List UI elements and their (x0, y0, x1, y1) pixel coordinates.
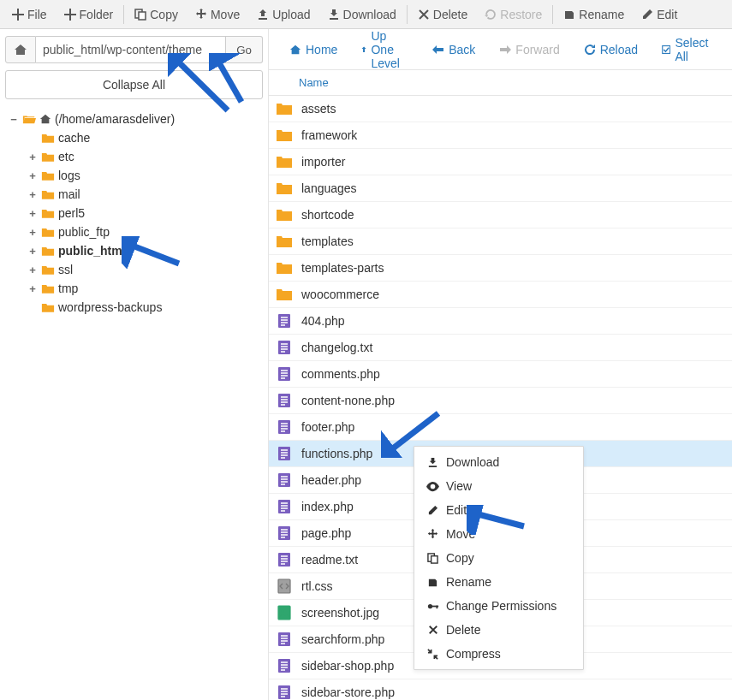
edit-label: Edit (657, 8, 677, 21)
folder-icon (41, 170, 55, 181)
file-name: 404.php (301, 314, 732, 328)
file-row[interactable]: sidebar-store.php (269, 679, 732, 700)
home-icon (289, 44, 301, 56)
tree-node-wordpress-backups[interactable]: +wordpress-backups (27, 298, 261, 317)
copy-button[interactable]: Copy (126, 0, 187, 29)
expand-icon[interactable]: + (27, 151, 38, 163)
file-name: languages (301, 181, 732, 195)
file-row[interactable]: changelog.txt (269, 335, 732, 361)
reload-icon (584, 44, 596, 56)
tree-node-etc[interactable]: +etc (27, 147, 261, 166)
file-row[interactable]: 404.php (269, 308, 732, 335)
tree-node-mail[interactable]: +mail (27, 185, 261, 204)
file-name: shortcode (301, 208, 732, 222)
file-row[interactable]: content-none.php (269, 388, 732, 414)
file-name: sidebar-store.php (301, 685, 732, 699)
tree-root[interactable]: − (/home/amarasdeliver) (9, 110, 261, 128)
path-input[interactable] (36, 36, 226, 63)
delete-button[interactable]: Delete (409, 0, 476, 29)
nav-up[interactable]: Up One Level (349, 29, 420, 70)
file-icon (276, 340, 293, 355)
toolbar-separator (407, 5, 408, 24)
svg-point-15 (282, 610, 284, 613)
collapse-all-button[interactable]: Collapse All (5, 70, 263, 99)
nav-back[interactable]: Back (420, 29, 487, 70)
file-button[interactable]: File (3, 0, 56, 29)
tree-node-cache[interactable]: +cache (27, 128, 261, 147)
tree-node-ssl[interactable]: +ssl (27, 260, 261, 279)
edit-button[interactable]: Edit (633, 0, 686, 29)
file-icon (276, 685, 293, 700)
tree-node-label: perl5 (58, 206, 85, 220)
context-menu: Download View Edit Move Copy Rename Chan… (414, 446, 584, 670)
file-row[interactable]: footer.php (269, 414, 732, 441)
file-icon (276, 605, 293, 620)
rename-button[interactable]: Rename (555, 0, 633, 29)
tree-node-tmp[interactable]: +tmp (27, 279, 261, 298)
tree-node-logs[interactable]: +logs (27, 166, 261, 185)
delete-label: Delete (433, 8, 467, 21)
nav-reload[interactable]: Reload (572, 29, 650, 70)
rename-label: Rename (579, 8, 624, 21)
ctx-download[interactable]: Download (414, 450, 583, 474)
folder-row[interactable]: languages (269, 175, 732, 202)
move-button[interactable]: Move (187, 0, 248, 29)
ctx-rename[interactable]: Rename (414, 570, 583, 594)
tree-node-perl5[interactable]: +perl5 (27, 204, 261, 222)
expand-icon[interactable]: + (27, 264, 38, 276)
ctx-rename-label: Rename (446, 575, 491, 589)
upload-button[interactable]: Upload (248, 0, 318, 29)
ctx-move[interactable]: Move (414, 522, 583, 546)
expand-icon[interactable]: + (27, 226, 38, 239)
ctx-compress[interactable]: Compress (414, 642, 583, 666)
column-name-header[interactable]: Name (299, 76, 329, 89)
tree-node-public-html[interactable]: +public_html (27, 241, 261, 260)
file-icon (276, 552, 293, 567)
tree-node-public-ftp[interactable]: +public_ftp (27, 222, 261, 241)
rename-icon (426, 577, 439, 588)
folder-row[interactable]: templates-parts (269, 255, 732, 282)
path-home-button[interactable] (5, 36, 36, 63)
folder-row[interactable]: templates (269, 228, 732, 255)
nav-up-label: Up One Level (371, 29, 408, 70)
nav-home[interactable]: Home (277, 29, 349, 70)
folder-label: Folder (80, 8, 114, 21)
ctx-edit[interactable]: Edit (414, 498, 583, 522)
file-row[interactable]: comments.php (269, 361, 732, 388)
collapse-icon[interactable]: − (9, 113, 19, 126)
expand-icon[interactable]: + (27, 245, 38, 258)
folder-row[interactable]: framework (269, 122, 732, 149)
nav-forward[interactable]: Forward (487, 29, 571, 70)
folder-row[interactable]: woocommerce (269, 282, 732, 308)
ctx-delete[interactable]: Delete (414, 618, 583, 642)
folder-row[interactable]: assets (269, 96, 732, 122)
tree-node-label: public_html (58, 244, 126, 258)
path-go-button[interactable]: Go (226, 36, 263, 63)
ctx-view[interactable]: View (414, 474, 583, 498)
nav-home-label: Home (306, 43, 337, 56)
file-label: File (27, 8, 47, 21)
download-button[interactable]: Download (319, 0, 405, 29)
file-icon (276, 393, 293, 408)
folder-row[interactable]: importer (269, 149, 732, 175)
ctx-permissions[interactable]: Change Permissions (414, 594, 583, 618)
nav-select-all[interactable]: Select All (650, 29, 723, 70)
restore-label: Restore (500, 8, 542, 21)
expand-icon[interactable]: + (27, 282, 38, 295)
folder-icon (276, 234, 293, 248)
file-name: woocommerce (301, 288, 732, 301)
file-icon (276, 313, 293, 329)
tree-node-label: etc (58, 150, 74, 163)
expand-icon[interactable]: + (27, 169, 38, 182)
tree-node-label: mail (58, 187, 80, 201)
expand-icon[interactable]: + (27, 188, 38, 201)
folder-row[interactable]: shortcode (269, 202, 732, 228)
download-label: Download (343, 8, 396, 21)
home-icon (39, 113, 51, 125)
ctx-copy[interactable]: Copy (414, 546, 583, 570)
restore-button[interactable]: Restore (476, 0, 550, 29)
expand-icon[interactable]: + (27, 207, 38, 220)
check-icon (662, 44, 670, 56)
folder-button[interactable]: Folder (56, 0, 122, 29)
file-icon (276, 366, 293, 382)
